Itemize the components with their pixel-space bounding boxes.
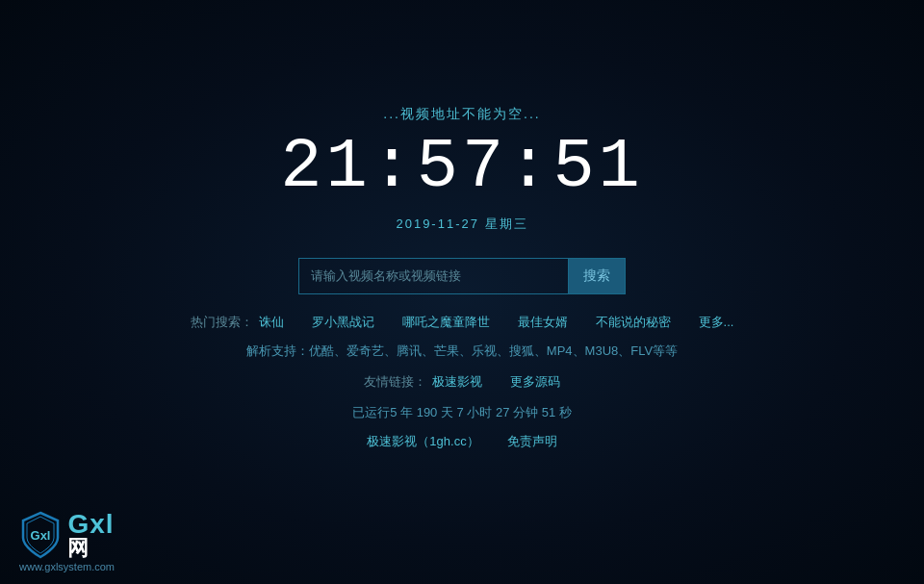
support-text: 解析支持：优酷、爱奇艺、腾讯、芒果、乐视、搜狐、MP4、M3U8、FLV等等 xyxy=(246,343,678,360)
logo-wang-text: 网 xyxy=(67,538,114,559)
hot-search-item-more[interactable]: 更多... xyxy=(699,314,734,331)
hot-search-bar: 热门搜索： 诛仙 罗小黑战记 哪吒之魔童降世 最佳女婿 不能说的秘密 更多... xyxy=(191,314,734,331)
friend-links: 友情链接： 极速影视 更多源码 xyxy=(364,373,560,391)
hot-search-item-1[interactable]: 罗小黑战记 xyxy=(312,314,374,331)
main-content: ...视频地址不能为空... 21:57:51 2019-11-27 星期三 搜… xyxy=(191,106,734,450)
footer-site-name[interactable]: 极速影视（1gh.cc） xyxy=(367,433,478,450)
hot-search-label: 热门搜索： xyxy=(191,314,253,331)
search-input[interactable] xyxy=(298,258,568,294)
support-label: 解析支持： xyxy=(246,343,309,358)
error-message: ...视频地址不能为空... xyxy=(383,106,540,123)
shield-icon: Gxl xyxy=(19,511,62,559)
hot-search-item-3[interactable]: 最佳女婿 xyxy=(518,314,568,331)
hot-search-item-0[interactable]: 诛仙 xyxy=(259,314,284,331)
friend-links-label: 友情链接： xyxy=(364,373,426,391)
footer-disclaimer[interactable]: 免责声明 xyxy=(507,433,557,450)
clock-display: 21:57:51 xyxy=(280,133,644,202)
support-platforms: 优酷、爱奇艺、腾讯、芒果、乐视、搜狐、MP4、M3U8、FLV等等 xyxy=(309,343,678,358)
logo-gxl-text: Gxl xyxy=(67,511,114,538)
hot-search-item-4[interactable]: 不能说的秘密 xyxy=(596,314,671,331)
search-bar: 搜索 xyxy=(298,258,626,294)
date-display: 2019-11-27 星期三 xyxy=(396,216,527,233)
friend-link-1[interactable]: 更多源码 xyxy=(510,373,560,391)
logo-text-group: Gxl 网 xyxy=(67,511,114,559)
search-button[interactable]: 搜索 xyxy=(568,258,626,294)
runtime-display: 已运行5 年 190 天 7 小时 27 分钟 51 秒 xyxy=(352,404,572,421)
hot-search-item-2[interactable]: 哪吒之魔童降世 xyxy=(402,314,490,331)
logo-url: www.gxlsystem.com xyxy=(19,561,115,572)
logo-area: Gxl Gxl 网 www.gxlsystem.com xyxy=(19,511,115,572)
friend-link-0[interactable]: 极速影视 xyxy=(432,373,482,391)
footer-links: 极速影视（1gh.cc） 免责声明 xyxy=(367,433,556,450)
logo-box: Gxl Gxl 网 xyxy=(19,511,114,559)
svg-text:Gxl: Gxl xyxy=(31,528,51,543)
